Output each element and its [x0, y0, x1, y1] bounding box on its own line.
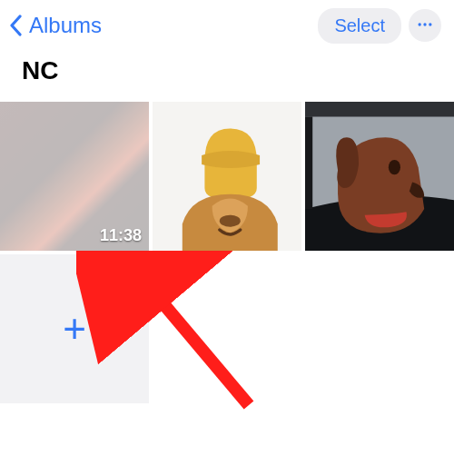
svg-rect-7	[305, 116, 312, 209]
back-label: Albums	[29, 13, 102, 38]
photo-thumb-dog-car	[305, 102, 454, 251]
header-actions: Select	[318, 8, 441, 44]
svg-point-2	[429, 23, 431, 25]
back-button[interactable]: Albums	[9, 13, 102, 38]
grid-item-photo[interactable]	[153, 102, 301, 251]
svg-point-1	[423, 23, 426, 25]
album-title: NC	[0, 51, 454, 102]
plus-icon: +	[63, 309, 86, 349]
grid-item-video[interactable]: 11:38	[0, 102, 149, 251]
select-button[interactable]: Select	[318, 8, 401, 44]
chevron-left-icon	[9, 13, 25, 38]
add-photo-button[interactable]: +	[0, 254, 149, 403]
photo-thumb-dog-beanie	[153, 102, 301, 251]
svg-point-0	[419, 23, 421, 25]
header-bar: Albums Select	[0, 0, 454, 51]
svg-point-8	[389, 160, 400, 174]
photo-grid: 11:38 +	[0, 102, 454, 403]
more-button[interactable]	[409, 9, 441, 42]
grid-item-photo[interactable]	[305, 102, 454, 251]
ellipsis-icon	[416, 15, 434, 36]
svg-point-4	[220, 215, 241, 227]
video-duration: 11:38	[100, 226, 142, 245]
